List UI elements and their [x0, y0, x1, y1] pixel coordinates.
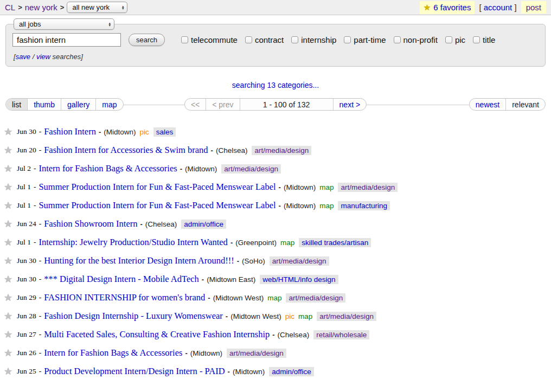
filter-part-time[interactable]: part-time: [344, 35, 386, 44]
result-category-link[interactable]: manufacturing: [338, 201, 390, 210]
result-category-link[interactable]: art/media/design: [286, 293, 345, 303]
favorite-star-icon[interactable]: ★: [4, 310, 17, 322]
separator: -: [272, 331, 274, 339]
favorite-star-icon[interactable]: ★: [4, 200, 17, 211]
checkbox-icon[interactable]: [245, 36, 252, 43]
result-category-link[interactable]: admin/office: [181, 220, 226, 229]
search-input[interactable]: [12, 33, 121, 47]
filter-non-profit[interactable]: non-profit: [394, 35, 438, 44]
result-title-link[interactable]: Summer Production Intern for Fun & Fast-…: [39, 182, 276, 192]
result-title-link[interactable]: Intern for Fashion Bags & Accessories: [39, 163, 177, 174]
view-map[interactable]: map: [95, 99, 123, 110]
sort-newest[interactable]: newest: [470, 99, 505, 110]
sort-switcher: newest relevant: [469, 98, 546, 111]
save-search-link[interactable]: save: [16, 53, 30, 61]
result-date: Jun 20: [17, 146, 36, 155]
city-link[interactable]: new york: [25, 3, 57, 12]
favorite-star-icon[interactable]: ★: [4, 365, 17, 377]
result-title-link[interactable]: Fashion Design Internship - Luxury Women…: [44, 311, 223, 322]
search-filters: telecommute contract internship part-tim…: [174, 35, 495, 44]
filter-pic[interactable]: pic: [445, 35, 465, 44]
checkbox-icon[interactable]: [445, 36, 452, 43]
map-link[interactable]: map: [280, 239, 294, 247]
view-searches-link[interactable]: view: [36, 53, 50, 61]
cl-home-link[interactable]: CL: [5, 3, 15, 12]
result-date: Jun 30: [17, 127, 36, 136]
topbar-account-area: ★ 6 favorites [ account ] post: [420, 1, 546, 14]
view-thumb[interactable]: thumb: [27, 99, 61, 110]
result-title-link[interactable]: Internship: Jewelry Production/Studio In…: [39, 237, 227, 248]
favorite-star-icon[interactable]: ★: [4, 181, 17, 193]
result-category-link[interactable]: art/media/design: [317, 312, 376, 321]
result-title-link[interactable]: Hunting for the best Interior Design Int…: [44, 255, 234, 266]
favorites-chip: ★ 6 favorites: [420, 1, 475, 14]
result-category-link[interactable]: web/HTML/info design: [260, 275, 338, 284]
job-category-select[interactable]: all jobs ▴▾: [14, 18, 114, 30]
favorite-star-icon[interactable]: ★: [4, 292, 17, 304]
map-link[interactable]: map: [298, 312, 312, 320]
result-date: Jul 1: [17, 238, 31, 247]
search-button[interactable]: search: [129, 34, 165, 46]
checkbox-icon[interactable]: [291, 36, 298, 43]
filter-internship[interactable]: internship: [291, 35, 336, 44]
result-title-link[interactable]: Multi Faceted Sales, Consulting & Creati…: [44, 329, 270, 340]
result-date: Jul 1: [17, 201, 31, 210]
favorite-star-icon[interactable]: ★: [4, 218, 17, 230]
favorite-star-icon[interactable]: ★: [4, 126, 17, 138]
checkbox-icon[interactable]: [394, 36, 401, 43]
result-title-link[interactable]: Fashion Intern for Accessories & Swim br…: [44, 145, 208, 156]
filter-title[interactable]: title: [473, 35, 495, 44]
result-row: ★ Jul 2 - Intern for Fashion Bags & Acce…: [4, 159, 551, 178]
account-link[interactable]: account: [484, 3, 512, 12]
area-select[interactable]: all new york ▴▾: [67, 2, 127, 13]
favorite-star-icon[interactable]: ★: [4, 144, 17, 156]
result-category-link[interactable]: art/media/design: [338, 183, 398, 192]
result-title-link[interactable]: Summer Production Intern for Fun & Fast-…: [39, 200, 276, 211]
favorite-star-icon[interactable]: ★: [4, 236, 17, 248]
filter-label: part-time: [354, 35, 386, 44]
view-gallery[interactable]: gallery: [61, 99, 95, 110]
result-date: Jul 1: [17, 183, 31, 191]
result-row: ★ Jun 26 - Intern for Fashion Bags & Acc…: [4, 344, 551, 362]
page-next-button[interactable]: next >: [333, 99, 367, 110]
pic-tag: pic: [140, 128, 149, 136]
result-category-link[interactable]: skilled trades/artisan: [299, 238, 371, 247]
view-list[interactable]: list: [6, 99, 27, 110]
result-title-link[interactable]: Fashion Intern: [44, 126, 96, 137]
checkbox-icon[interactable]: [473, 36, 480, 43]
result-title-link[interactable]: Product Development Intern/Design Intern…: [44, 366, 225, 377]
page-first-button[interactable]: <<: [185, 99, 206, 110]
separator: -: [39, 349, 42, 357]
result-category-link[interactable]: admin/office: [269, 367, 314, 376]
favorite-star-icon[interactable]: ★: [4, 273, 17, 285]
post-link[interactable]: post: [526, 3, 541, 12]
sort-relevant[interactable]: relevant: [505, 99, 545, 110]
search-panel: all jobs ▴▾ search telecommute contract …: [5, 24, 546, 67]
map-link[interactable]: map: [267, 294, 281, 302]
favorite-star-icon[interactable]: ★: [4, 347, 17, 359]
result-category-link[interactable]: sales: [153, 127, 176, 137]
result-title-link[interactable]: Fashion Showroom Intern: [44, 219, 137, 229]
filter-contract[interactable]: contract: [245, 35, 284, 44]
favorite-star-icon[interactable]: ★: [4, 255, 17, 267]
result-title-link[interactable]: FASHION INTERNSHIP for women's brand: [44, 292, 205, 303]
page-prev-button[interactable]: < prev: [206, 99, 239, 110]
result-category-link[interactable]: art/media/design: [221, 164, 281, 173]
result-title-link[interactable]: Intern for Fashion Bags & Accessories: [44, 348, 182, 358]
map-link[interactable]: map: [319, 183, 334, 191]
result-row: ★ Jun 24 - Fashion Showroom Intern - (Ch…: [4, 215, 551, 233]
result-title-link[interactable]: *** Digital Design Intern - Mobile AdTec…: [44, 274, 199, 285]
result-category-link[interactable]: art/media/design: [270, 256, 329, 266]
favorite-star-icon[interactable]: ★: [4, 329, 17, 340]
filter-telecommute[interactable]: telecommute: [181, 35, 238, 44]
separator: -: [39, 293, 42, 302]
separator: -: [34, 183, 36, 191]
checkbox-icon[interactable]: [181, 36, 188, 43]
favorite-star-icon[interactable]: ★: [4, 163, 17, 175]
checkbox-icon[interactable]: [344, 36, 351, 43]
result-category-link[interactable]: retail/wholesale: [313, 330, 369, 339]
result-category-link[interactable]: art/media/design: [227, 349, 286, 358]
map-link[interactable]: map: [319, 202, 334, 210]
favorites-link[interactable]: 6 favorites: [433, 3, 471, 12]
result-category-link[interactable]: art/media/design: [252, 146, 311, 155]
